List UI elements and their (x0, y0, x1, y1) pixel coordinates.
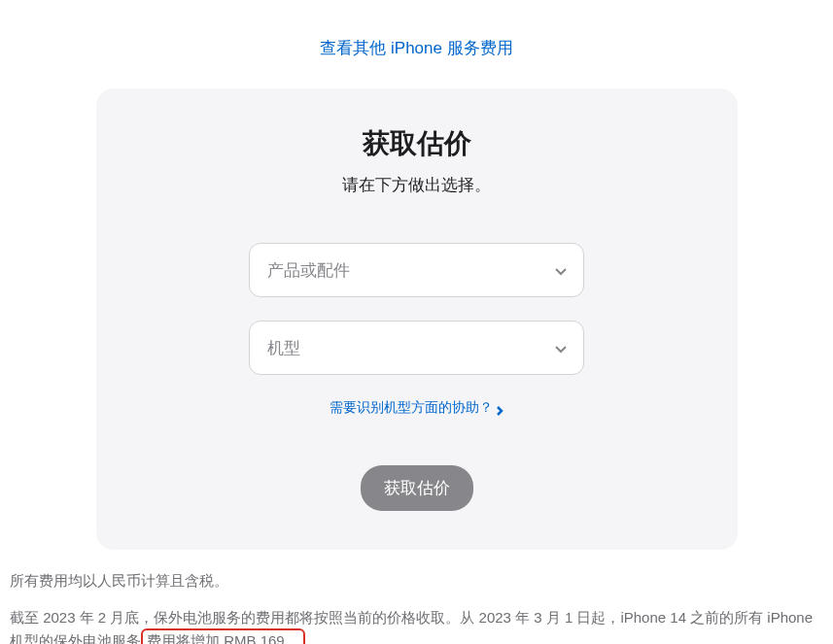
chevron-down-icon (554, 263, 568, 277)
chevron-down-icon (554, 341, 568, 355)
product-select[interactable]: 产品或配件 (249, 243, 584, 297)
card-title: 获取估价 (125, 125, 709, 162)
top-link-container: 查看其他 iPhone 服务费用 (0, 0, 833, 88)
get-estimate-button[interactable]: 获取估价 (361, 465, 473, 511)
footer-line-2-text: 截至 2023 年 2 月底，保外电池服务的费用都将按照当前的价格收取。从 20… (10, 609, 813, 644)
button-row: 获取估价 (125, 465, 709, 511)
model-select[interactable]: 机型 (249, 321, 584, 375)
footer-line-2: 截至 2023 年 2 月底，保外电池服务的费用都将按照当前的价格收取。从 20… (10, 606, 823, 644)
card-subtitle: 请在下方做出选择。 (125, 174, 709, 196)
help-link-label: 需要识别机型方面的协助？ (330, 399, 493, 417)
price-increase-highlight: 费用将增加 RMB 169。 (141, 628, 305, 644)
identify-model-help-link[interactable]: 需要识别机型方面的协助？ (330, 399, 504, 417)
footer-notes: 所有费用均以人民币计算且含税。 截至 2023 年 2 月底，保外电池服务的费用… (0, 550, 833, 644)
model-select-placeholder: 机型 (267, 337, 300, 359)
product-select-placeholder: 产品或配件 (267, 259, 350, 282)
model-select-wrapper: 机型 (249, 321, 584, 375)
footer-line-1: 所有费用均以人民币计算且含税。 (10, 569, 823, 593)
chevron-right-icon (495, 403, 504, 413)
product-select-wrapper: 产品或配件 (249, 243, 584, 297)
other-fees-link[interactable]: 查看其他 iPhone 服务费用 (320, 39, 512, 57)
estimate-card: 获取估价 请在下方做出选择。 产品或配件 机型 需要识别机型方面的协助？ 获取估… (96, 88, 738, 550)
